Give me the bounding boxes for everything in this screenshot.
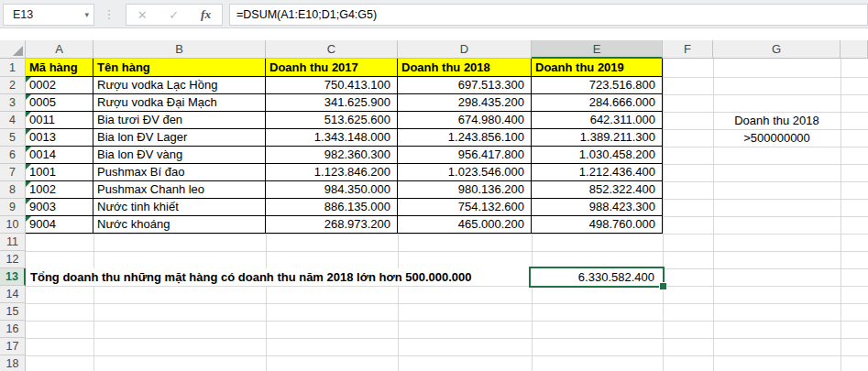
cell-D10[interactable]: 465.000.200 <box>398 216 532 234</box>
row-header-2[interactable]: 2 <box>0 77 26 94</box>
row-header-5[interactable]: 5 <box>0 129 26 147</box>
criteria-value-cell[interactable]: >500000000 <box>713 129 841 147</box>
row-header-13[interactable]: 13 <box>0 268 26 286</box>
row-header-1[interactable]: 1 <box>0 59 26 77</box>
cell-C10[interactable]: 268.973.200 <box>266 216 398 234</box>
cancel-icon[interactable]: ✕ <box>137 8 148 22</box>
cell-C6[interactable]: 982.360.300 <box>266 147 398 164</box>
cell-E3[interactable]: 284.666.000 <box>532 94 663 112</box>
select-all-button[interactable] <box>0 40 26 59</box>
cell-E10[interactable]: 498.760.000 <box>532 216 663 234</box>
stored-as-text-indicator-icon <box>26 164 31 169</box>
column-header-F[interactable]: F <box>663 40 713 59</box>
name-box-dropdown-icon[interactable]: ▾ <box>84 5 89 25</box>
cell-C2[interactable]: 750.413.100 <box>266 77 398 94</box>
column-header-C[interactable]: C <box>266 40 398 59</box>
name-box-value: E13 <box>13 5 33 25</box>
row-header-12[interactable]: 12 <box>0 251 26 268</box>
cell-D5[interactable]: 1.243.856.100 <box>398 129 532 147</box>
cell-A7[interactable]: 1001 <box>26 164 93 181</box>
row-header-16[interactable]: 16 <box>0 321 26 338</box>
cell-C3[interactable]: 341.625.900 <box>266 94 398 112</box>
cell-B10[interactable]: Nước khoáng <box>93 216 266 234</box>
cell-A9[interactable]: 9003 <box>26 199 93 216</box>
criteria-field-cell[interactable]: Doanh thu 2018 <box>713 112 841 129</box>
cell-C8[interactable]: 984.350.000 <box>266 181 398 199</box>
row-header-3[interactable]: 3 <box>0 94 26 112</box>
cell-B1[interactable]: Tên hàng <box>93 59 266 77</box>
stored-as-text-indicator-icon <box>26 112 31 117</box>
cell-B8[interactable]: Pushmax Chanh leo <box>93 181 266 199</box>
column-header-D[interactable]: D <box>398 40 532 59</box>
row-header-4[interactable]: 4 <box>0 112 26 129</box>
cell-D3[interactable]: 298.435.200 <box>398 94 532 112</box>
cell-A4[interactable]: 0011 <box>26 112 93 129</box>
row-header-14[interactable]: 14 <box>0 286 26 303</box>
cell-A1[interactable]: Mã hàng <box>26 59 93 77</box>
cell-C1[interactable]: Doanh thu 2017 <box>266 59 398 77</box>
cell-B2[interactable]: Rượu vodka Lạc Hồng <box>93 77 266 94</box>
row-header-18[interactable]: 18 <box>0 355 26 371</box>
cell-D6[interactable]: 956.417.800 <box>398 147 532 164</box>
gridline-vertical <box>663 59 664 371</box>
cell-D1[interactable]: Doanh thu 2018 <box>398 59 532 77</box>
cell-E5[interactable]: 1.389.211.300 <box>532 129 663 147</box>
fill-handle[interactable] <box>659 282 667 290</box>
cell-E2[interactable]: 723.516.800 <box>532 77 663 94</box>
formula-input[interactable]: =DSUM(A1:E10;D1;G4:G5) <box>229 4 868 26</box>
formula-buttons-group: ✕ ✓ fx <box>126 4 223 26</box>
insert-function-icon[interactable]: fx <box>201 7 211 22</box>
row-header-17[interactable]: 17 <box>0 338 26 355</box>
gridline-horizontal <box>26 234 868 235</box>
cell-B6[interactable]: Bia lon ĐV vàng <box>93 147 266 164</box>
stored-as-text-indicator-icon <box>26 147 31 152</box>
gridline-vertical <box>841 59 841 371</box>
column-header-G[interactable]: G <box>713 40 841 59</box>
enter-icon[interactable]: ✓ <box>169 8 179 22</box>
cell-E7[interactable]: 1.212.436.400 <box>532 164 663 181</box>
cell-E8[interactable]: 852.322.400 <box>532 181 663 199</box>
row-header-11[interactable]: 11 <box>0 234 26 251</box>
column-header-B[interactable]: B <box>93 40 266 59</box>
cell-B7[interactable]: Pushmax Bí đao <box>93 164 266 181</box>
cell-C5[interactable]: 1.343.148.000 <box>266 129 398 147</box>
cell-D2[interactable]: 697.513.300 <box>398 77 532 94</box>
select-all-triangle-icon <box>13 46 23 56</box>
row-header-7[interactable]: 7 <box>0 164 26 181</box>
cell-A5[interactable]: 0013 <box>26 129 93 147</box>
cell-B9[interactable]: Nước tinh khiết <box>93 199 266 216</box>
cell-D7[interactable]: 1.023.546.000 <box>398 164 532 181</box>
row-header-9[interactable]: 9 <box>0 199 26 216</box>
formula-bar-drag-handle-icon[interactable]: ⋮ <box>103 4 115 26</box>
cell-E6[interactable]: 1.030.458.200 <box>532 147 663 164</box>
gridline-horizontal <box>26 338 868 339</box>
cell-A10[interactable]: 9004 <box>26 216 93 234</box>
cell-D8[interactable]: 980.136.200 <box>398 181 532 199</box>
row-header-15[interactable]: 15 <box>0 303 26 321</box>
row-header-8[interactable]: 8 <box>0 181 26 199</box>
cell-C9[interactable]: 886.135.000 <box>266 199 398 216</box>
row-header-10[interactable]: 10 <box>0 216 26 234</box>
cell-A2[interactable]: 0002 <box>26 77 93 94</box>
cell-C7[interactable]: 1.123.846.200 <box>266 164 398 181</box>
cell-B4[interactable]: Bia tươi ĐV đen <box>93 112 266 129</box>
cell-B3[interactable]: Rượu vodka Đại Mạch <box>93 94 266 112</box>
row-header-6[interactable]: 6 <box>0 147 26 164</box>
cell-B5[interactable]: Bia lon ĐV Lager <box>93 129 266 147</box>
cell-E4[interactable]: 642.311.000 <box>532 112 663 129</box>
cell-D9[interactable]: 754.132.600 <box>398 199 532 216</box>
column-header-E[interactable]: E <box>532 40 663 59</box>
column-header-A[interactable]: A <box>26 40 93 59</box>
gridline-horizontal <box>26 321 868 322</box>
name-box[interactable]: E13 ▾ <box>3 4 94 26</box>
stored-as-text-indicator-icon <box>26 77 31 82</box>
cell-A6[interactable]: 0014 <box>26 147 93 164</box>
cell-E9[interactable]: 988.423.300 <box>532 199 663 216</box>
column-header-partial[interactable] <box>841 40 868 59</box>
cell-D4[interactable]: 674.980.400 <box>398 112 532 129</box>
cell-C4[interactable]: 513.625.600 <box>266 112 398 129</box>
cell-A8[interactable]: 1002 <box>26 181 93 199</box>
cell-A3[interactable]: 0005 <box>26 94 93 112</box>
summary-label-cell[interactable]: Tổng doanh thu những mặt hàng có doanh t… <box>27 268 530 286</box>
cell-E1[interactable]: Doanh thu 2019 <box>532 59 663 77</box>
